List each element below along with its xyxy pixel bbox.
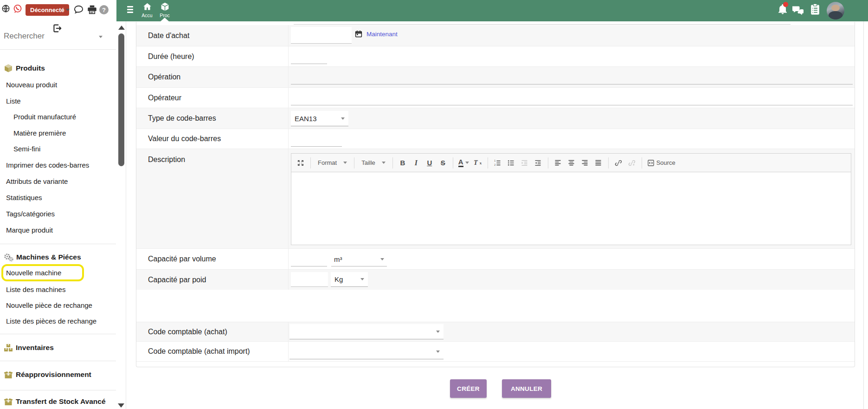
sidebar-item-tags-categories[interactable]: Tags/catégories — [6, 210, 55, 219]
bulleted-list-icon[interactable] — [507, 157, 516, 169]
outdent-icon[interactable] — [520, 157, 529, 169]
link-icon[interactable] — [614, 157, 623, 169]
align-center-icon[interactable] — [567, 157, 576, 169]
strikethrough-icon[interactable]: S — [438, 157, 448, 169]
globe-icon[interactable] — [1, 4, 10, 13]
poid-input[interactable] — [291, 272, 328, 287]
duree-input[interactable] — [291, 50, 327, 64]
sidebar-item-matiere-premiere[interactable]: Matière première — [13, 129, 66, 138]
rich-text-editor: Format Taille B I U — [291, 153, 851, 245]
menu-icon[interactable] — [126, 6, 134, 14]
volume-input[interactable] — [291, 253, 327, 266]
form-table: Date d'achat Maintenant — [136, 25, 855, 362]
field-label: Valeur du code-barres — [136, 129, 289, 149]
cancel-button[interactable]: ANNULER — [502, 379, 551, 398]
sidebar-item-attributs-variante[interactable]: Attributs de variante — [6, 177, 68, 187]
sidebar-scrollbar — [117, 21, 126, 409]
svg-text:2: 2 — [494, 163, 495, 166]
chevron-down-icon — [380, 258, 384, 260]
sidebar-item-liste-machines[interactable]: Liste des machines — [6, 286, 65, 295]
sidebar-search[interactable] — [4, 32, 103, 41]
section-produits[interactable]: Produits — [4, 63, 45, 73]
sidebar-item-nouveau-produit[interactable]: Nouveau produit — [6, 81, 57, 90]
text-color-icon[interactable]: A — [458, 157, 469, 169]
section-reapprovisionnement[interactable]: Réapprovisionnement — [4, 370, 91, 380]
barcode-type-select[interactable]: EAN13 — [291, 111, 348, 126]
truncated-field-line — [294, 24, 791, 25]
numbered-list-icon[interactable]: 12 — [493, 157, 502, 169]
status-caret-icon[interactable] — [66, 9, 70, 11]
poid-unit-select[interactable]: Kg — [331, 272, 368, 287]
source-label: Source — [656, 159, 675, 166]
page-scrollbar[interactable] — [863, 21, 864, 409]
calendar-icon[interactable] — [354, 30, 363, 38]
field-label: Capacité par poid — [136, 270, 289, 290]
machine-form-card: Date d'achat Maintenant — [136, 22, 855, 367]
justify-icon[interactable] — [594, 157, 603, 169]
avatar[interactable] — [827, 2, 844, 19]
row-code-comptable-import: Code comptable (achat import) — [136, 341, 855, 362]
unlink-icon[interactable] — [627, 157, 637, 169]
help-icon[interactable]: ? — [99, 5, 109, 14]
chevron-down-icon — [343, 162, 347, 164]
print-icon[interactable] — [87, 4, 97, 15]
search-input[interactable] — [4, 32, 90, 41]
code-comptable-achat-select[interactable] — [289, 324, 444, 339]
sidebar-item-liste-pieces[interactable]: Liste des pièces de rechange — [6, 317, 96, 326]
whatsapp-icon[interactable] — [13, 4, 23, 14]
source-icon — [647, 159, 655, 167]
align-right-icon[interactable] — [580, 157, 590, 169]
editor-content[interactable] — [291, 172, 851, 245]
field-label: Opération — [136, 67, 289, 87]
maintenant-link[interactable]: Maintenant — [366, 31, 398, 38]
field-label: Durée (heure) — [136, 46, 289, 66]
chat-icon[interactable] — [73, 4, 84, 15]
size-dropdown[interactable]: Taille — [360, 159, 387, 166]
sidebar-item-marque-produit[interactable]: Marque produit — [6, 226, 53, 235]
scrollbar-thumb[interactable] — [118, 33, 124, 166]
sidebar-item-statistiques[interactable]: Statistiques — [6, 194, 42, 203]
barcode-value-input[interactable] — [291, 133, 342, 147]
italic-icon[interactable]: I — [411, 157, 421, 169]
divider — [0, 244, 116, 244]
maximize-icon[interactable] — [296, 157, 305, 169]
create-button[interactable]: CRÉER — [450, 379, 487, 398]
remove-format-icon[interactable]: Tx — [473, 157, 482, 169]
format-dropdown[interactable]: Format — [316, 159, 349, 166]
sidebar-item-produit-manufacture[interactable]: Produit manufacturé — [13, 113, 76, 122]
table-gap — [136, 290, 855, 322]
operateur-input[interactable] — [291, 91, 853, 105]
scroll-down-icon[interactable] — [118, 403, 124, 408]
scroll-up-icon[interactable] — [118, 26, 125, 30]
editor-toolbar: Format Taille B I U — [291, 154, 851, 172]
topbar: Accu Proc — [116, 0, 868, 21]
avatar-body — [829, 11, 842, 19]
align-left-icon[interactable] — [553, 157, 563, 169]
messages-icon — [791, 5, 804, 16]
source-button[interactable]: Source — [647, 157, 675, 169]
section-inventaires[interactable]: Inventaires — [4, 343, 54, 353]
code-comptable-import-select[interactable] — [289, 344, 444, 359]
bold-icon[interactable]: B — [398, 157, 407, 169]
row-date-achat: Date d'achat Maintenant — [136, 25, 855, 46]
chevron-down-icon — [465, 162, 469, 164]
section-transfert[interactable]: Transfert de Stock Avancé — [4, 396, 106, 407]
size-label: Taille — [361, 159, 375, 166]
sidebar-item-liste[interactable]: Liste — [6, 97, 21, 106]
sidebar-item-semi-fini[interactable]: Semi-fini — [13, 145, 40, 154]
section-machines[interactable]: Machines & Piéces — [4, 252, 81, 262]
status-badge[interactable]: Déconnecté — [26, 4, 69, 16]
sidebar-item-imprimer-codes-barres[interactable]: Imprimer des codes-barres — [6, 161, 89, 170]
volume-unit-value: m³ — [334, 255, 342, 263]
date-achat-input[interactable] — [291, 27, 352, 44]
volume-unit-select[interactable]: m³ — [331, 252, 387, 266]
sidebar: Produits Nouveau produit Liste Produit m… — [0, 21, 117, 409]
operation-input[interactable] — [291, 71, 853, 84]
field-label: Capacité par volume — [136, 249, 289, 269]
sidebar-item-nouvelle-machine[interactable]: Nouvelle machine — [6, 269, 61, 278]
tab-accueil[interactable]: Accu — [138, 2, 156, 21]
indent-icon[interactable] — [534, 157, 543, 169]
underline-icon[interactable]: U — [425, 157, 434, 169]
divider — [0, 334, 116, 334]
sidebar-item-nouvelle-piece[interactable]: Nouvelle pièce de rechange — [6, 301, 92, 311]
